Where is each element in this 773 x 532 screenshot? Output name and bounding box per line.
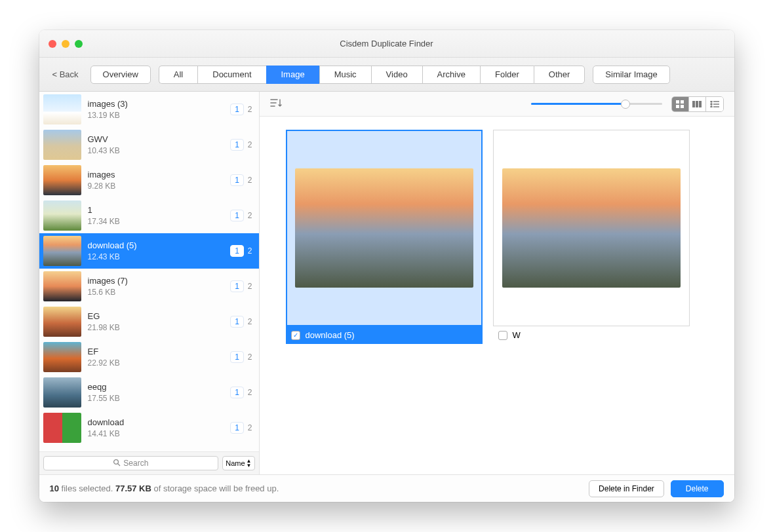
status-bar: 10 files selected. 77.57 KB of storage s… <box>39 474 734 502</box>
sort-icon[interactable] <box>270 98 282 110</box>
thumbnail <box>43 94 81 124</box>
group-size: 22.92 KB <box>88 358 224 368</box>
search-placeholder: Search <box>123 459 148 468</box>
preview-card[interactable]: ✓download (5) <box>286 130 483 461</box>
selected-count: 1 <box>230 280 244 292</box>
maximize-button[interactable] <box>75 40 83 48</box>
list-item[interactable]: download (5)12.43 KB12 <box>39 233 259 269</box>
title-bar: Cisdem Duplicate Finder <box>39 30 734 58</box>
svg-rect-6 <box>692 101 695 107</box>
group-size: 21.98 KB <box>88 322 224 333</box>
tab-other[interactable]: Other <box>534 66 585 84</box>
select-checkbox[interactable] <box>498 331 507 340</box>
tab-music[interactable]: Music <box>319 66 371 84</box>
list-item[interactable]: EG21.98 KB12 <box>39 304 259 339</box>
thumbnail <box>43 236 81 266</box>
group-name: images (3) <box>88 98 224 110</box>
total-count: 2 <box>248 246 252 256</box>
count-badges: 12 <box>230 387 252 398</box>
count-badges: 12 <box>230 210 252 221</box>
total-count: 2 <box>248 352 252 362</box>
list-item[interactable]: images9.28 KB12 <box>39 162 259 198</box>
grid-view-button[interactable] <box>672 97 689 111</box>
total-count: 2 <box>248 176 252 185</box>
group-size: 17.55 KB <box>88 393 224 404</box>
similar-image-button[interactable]: Similar Image <box>593 66 669 84</box>
group-name: EG <box>88 311 224 322</box>
thumbnail <box>43 130 81 160</box>
group-name: eeqg <box>88 381 224 393</box>
overview-button[interactable]: Overview <box>90 66 151 84</box>
group-size: 9.28 KB <box>88 181 224 191</box>
list-item[interactable]: EF22.92 KB12 <box>39 339 259 375</box>
close-button[interactable] <box>49 40 56 48</box>
image-frame <box>493 130 690 326</box>
selected-count: 1 <box>230 104 244 115</box>
caption-label: download (5) <box>306 330 355 340</box>
tab-video[interactable]: Video <box>371 66 422 84</box>
search-input[interactable]: Search <box>43 456 219 470</box>
thumbnail <box>43 165 81 195</box>
duplicate-groups-list[interactable]: images (3)13.19 KB12GWV10.43 KB12images9… <box>39 92 259 451</box>
list-item[interactable]: GWV10.43 KB12 <box>39 127 259 162</box>
svg-point-9 <box>711 101 712 102</box>
sort-label: Name <box>226 459 245 467</box>
preview-card[interactable]: W <box>493 130 690 461</box>
list-item[interactable]: download14.41 KB12 <box>39 410 259 446</box>
status-text: 10 files selected. 77.57 KB of storage s… <box>50 484 279 493</box>
group-size: 12.43 KB <box>88 252 224 262</box>
row-text: eeqg17.55 KB <box>88 381 224 404</box>
count-badges: 12 <box>230 351 252 363</box>
tab-all[interactable]: All <box>159 66 197 84</box>
row-text: download14.41 KB <box>88 417 224 439</box>
list-item[interactable]: images (3)13.19 KB12 <box>39 92 259 127</box>
list-view-button[interactable] <box>706 97 723 111</box>
view-mode-toggle <box>671 96 724 112</box>
thumbnail <box>43 377 81 408</box>
preview-image <box>502 168 681 288</box>
list-item[interactable]: eeqg17.55 KB12 <box>39 375 259 410</box>
minimize-button[interactable] <box>62 40 69 48</box>
caption-row: ✓download (5) <box>286 326 483 344</box>
toolbar: < Back Overview AllDocumentImageMusicVid… <box>39 58 734 92</box>
row-text: EF22.92 KB <box>88 346 224 368</box>
delete-in-finder-button[interactable]: Delete in Finder <box>589 480 664 497</box>
svg-point-0 <box>114 459 119 464</box>
tab-folder[interactable]: Folder <box>480 66 534 84</box>
row-text: GWV10.43 KB <box>88 134 224 156</box>
columns-view-button[interactable] <box>689 97 706 111</box>
sort-select[interactable]: Name ▲▼ <box>222 456 254 470</box>
total-count: 2 <box>248 211 252 220</box>
thumbnail <box>43 413 81 443</box>
content-panel: ✓download (5)W <box>260 92 734 474</box>
svg-point-13 <box>711 106 712 107</box>
tab-image[interactable]: Image <box>266 66 319 84</box>
tab-document[interactable]: Document <box>197 66 266 84</box>
zoom-slider[interactable] <box>531 103 662 105</box>
selected-count: 1 <box>230 245 244 257</box>
count-badges: 12 <box>230 422 252 434</box>
row-text: images (3)13.19 KB <box>88 98 224 121</box>
tab-archive[interactable]: Archive <box>422 66 480 84</box>
image-frame <box>286 130 483 326</box>
list-item[interactable]: images (7)15.6 KB12 <box>39 269 259 304</box>
group-size: 10.43 KB <box>88 145 224 156</box>
sort-arrows-icon: ▲▼ <box>247 459 252 468</box>
group-name: EF <box>88 346 224 358</box>
selected-count: 1 <box>230 351 244 363</box>
thumbnail <box>43 342 81 372</box>
back-button[interactable]: < Back <box>49 67 83 82</box>
svg-rect-4 <box>676 105 679 108</box>
window-title: Cisdem Duplicate Finder <box>340 39 433 48</box>
select-checkbox[interactable]: ✓ <box>291 331 300 340</box>
svg-rect-8 <box>699 101 702 107</box>
list-item[interactable]: 117.34 KB12 <box>39 198 259 233</box>
thumbnail <box>43 200 81 231</box>
delete-button[interactable]: Delete <box>671 480 724 497</box>
count-badges: 12 <box>230 174 252 186</box>
total-count: 2 <box>248 388 252 397</box>
selected-count: 1 <box>230 174 244 186</box>
group-name: 1 <box>88 204 224 216</box>
thumbnail <box>43 307 81 337</box>
group-name: images <box>88 169 224 181</box>
